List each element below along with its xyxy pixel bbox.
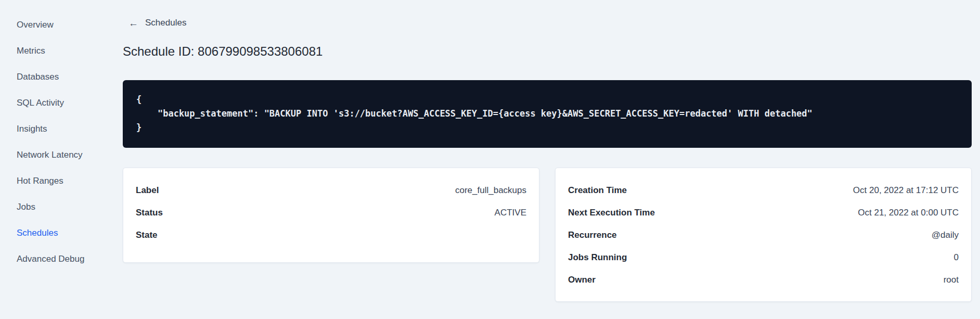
detail-row-label: Label core_full_backups	[136, 185, 526, 196]
arrow-left-icon: ←	[128, 18, 138, 28]
sidebar-item-databases[interactable]: Databases	[0, 64, 123, 90]
sidebar-item-hot-ranges[interactable]: Hot Ranges	[0, 168, 123, 194]
row-value: @daily	[932, 229, 959, 241]
detail-row-recurrence: Recurrence @daily	[568, 229, 959, 241]
row-label: Next Execution Time	[568, 207, 655, 219]
row-label: Owner	[568, 274, 596, 286]
row-label: Status	[136, 207, 163, 219]
sidebar-item-jobs[interactable]: Jobs	[0, 194, 123, 220]
schedule-statement-code-block: { "backup_statement": "BACKUP INTO 's3:/…	[123, 80, 972, 148]
sidebar-item-network-latency[interactable]: Network Latency	[0, 142, 123, 168]
row-value: root	[944, 274, 959, 286]
row-label: State	[136, 229, 158, 241]
sidebar-item-label: Schedules	[17, 228, 58, 238]
row-value: Oct 20, 2022 at 17:12 UTC	[853, 185, 959, 196]
main-content: ← Schedules Schedule ID: 806799098533806…	[123, 0, 980, 319]
row-label: Recurrence	[568, 229, 617, 241]
sidebar-item-sql-activity[interactable]: SQL Activity	[0, 90, 123, 116]
sidebar-item-schedules[interactable]: Schedules	[0, 220, 123, 246]
sidebar-nav: Overview Metrics Databases SQL Activity …	[0, 0, 123, 319]
row-value: Oct 21, 2022 at 0:00 UTC	[858, 207, 959, 219]
row-value: 0	[954, 252, 959, 263]
sidebar-item-metrics[interactable]: Metrics	[0, 38, 123, 64]
page-title: Schedule ID: 806799098533806081	[123, 44, 972, 59]
back-to-schedules-link[interactable]: ← Schedules	[128, 18, 186, 28]
sidebar-item-label: Advanced Debug	[17, 254, 84, 264]
detail-row-state: State	[136, 229, 526, 241]
row-label: Jobs Running	[568, 252, 627, 263]
row-value: core_full_backups	[455, 185, 526, 196]
row-value: ACTIVE	[495, 207, 526, 219]
detail-cards-row: Label core_full_backups Status ACTIVE St…	[123, 168, 972, 302]
detail-row-next-execution-time: Next Execution Time Oct 21, 2022 at 0:00…	[568, 207, 959, 219]
back-link-label: Schedules	[145, 18, 186, 28]
sidebar-item-label: Databases	[17, 72, 59, 82]
detail-row-creation-time: Creation Time Oct 20, 2022 at 17:12 UTC	[568, 185, 959, 196]
sidebar-item-advanced-debug[interactable]: Advanced Debug	[0, 246, 123, 272]
app-root: Overview Metrics Databases SQL Activity …	[0, 0, 980, 319]
execution-details-card: Creation Time Oct 20, 2022 at 17:12 UTC …	[555, 168, 972, 302]
sidebar-item-label: Network Latency	[17, 150, 83, 160]
sidebar-item-overview[interactable]: Overview	[0, 12, 123, 38]
sidebar-item-label: Overview	[17, 20, 54, 30]
sidebar-item-label: Hot Ranges	[17, 176, 63, 186]
row-label: Creation Time	[568, 185, 627, 196]
detail-row-owner: Owner root	[568, 274, 959, 286]
sidebar-item-label: SQL Activity	[17, 98, 64, 108]
sidebar-item-label: Insights	[17, 124, 47, 134]
sidebar-item-label: Metrics	[17, 46, 45, 56]
row-label: Label	[136, 185, 159, 196]
detail-row-jobs-running: Jobs Running 0	[568, 252, 959, 263]
sidebar-item-insights[interactable]: Insights	[0, 116, 123, 142]
schedule-details-card: Label core_full_backups Status ACTIVE St…	[123, 168, 539, 263]
sidebar-item-label: Jobs	[17, 202, 35, 212]
detail-row-status: Status ACTIVE	[136, 207, 526, 219]
